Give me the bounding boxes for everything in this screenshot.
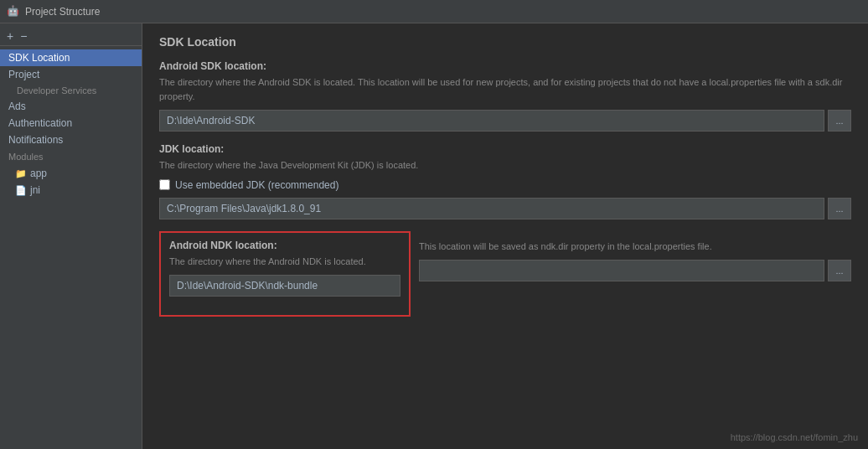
android-sdk-path-input[interactable]: [159, 110, 824, 132]
ndk-browse-row: ...: [419, 260, 851, 281]
developer-services-label: Developer Services: [17, 85, 96, 95]
jdk-input-row: ...: [159, 198, 851, 219]
project-label: Project: [8, 69, 39, 80]
content-area: SDK Location Android SDK location: The d…: [142, 23, 868, 449]
android-sdk-input-row: ...: [159, 110, 851, 132]
embedded-jdk-checkbox[interactable]: [159, 179, 170, 190]
jdk-label: JDK location:: [159, 143, 851, 155]
jdk-browse-button[interactable]: ...: [828, 198, 851, 219]
ndk-path-input-right[interactable]: [419, 260, 824, 281]
dialog-title: Project Structure: [25, 6, 100, 18]
sidebar-item-jni[interactable]: 📄 jni: [0, 182, 142, 199]
notifications-label: Notifications: [8, 134, 63, 146]
sidebar-item-developer-services[interactable]: Developer Services: [0, 83, 142, 98]
sidebar-item-authentication[interactable]: Authentication: [0, 115, 142, 132]
sdk-location-label: SDK Location: [8, 52, 70, 64]
add-button[interactable]: +: [7, 30, 13, 42]
modules-header: Modules: [0, 148, 142, 165]
ndk-path-input[interactable]: [169, 275, 400, 297]
title-bar: 🤖 Project Structure: [0, 0, 868, 23]
android-sdk-desc: The directory where the Android SDK is l…: [159, 75, 851, 103]
ndk-desc-partial: The directory where the Android NDK is l…: [169, 255, 400, 269]
ndk-right-area: This location will be saved as ndk.dir p…: [411, 231, 851, 317]
sidebar-item-sdk-location[interactable]: SDK Location: [0, 49, 142, 66]
ndk-desc-rest: This location will be saved as ndk.dir p…: [419, 238, 851, 254]
android-sdk-browse-button[interactable]: ...: [828, 110, 851, 132]
footer-url: https://blog.csdn.net/fomin_zhu: [731, 432, 858, 442]
modules-label: Modules: [8, 152, 44, 162]
sidebar: + − SDK Location Project Developer Servi…: [0, 23, 142, 449]
app-folder-icon: 📁: [15, 168, 27, 179]
jni-file-icon: 📄: [15, 185, 27, 196]
ndk-highlighted-area: Android NDK location: The directory wher…: [159, 231, 411, 317]
ndk-label: Android NDK location:: [169, 240, 400, 251]
ads-label: Ads: [8, 101, 26, 112]
ndk-browse-button[interactable]: ...: [828, 260, 851, 281]
sidebar-item-ads[interactable]: Ads: [0, 98, 142, 115]
embedded-jdk-row: Use embedded JDK (recommended): [159, 179, 851, 191]
app-label: app: [30, 168, 47, 179]
ndk-input-row-left: [169, 275, 400, 297]
jni-label: jni: [30, 184, 40, 196]
remove-button[interactable]: −: [20, 30, 27, 42]
android-sdk-label: Android SDK location:: [159, 60, 851, 72]
jdk-path-input[interactable]: [159, 198, 824, 219]
jdk-desc: The directory where the Java Development…: [159, 158, 851, 173]
sidebar-toolbar: + −: [0, 27, 142, 46]
main-layout: + − SDK Location Project Developer Servi…: [0, 23, 868, 449]
content-title: SDK Location: [159, 35, 851, 49]
app-icon: 🤖: [7, 5, 20, 18]
ndk-section: Android NDK location: The directory wher…: [159, 231, 851, 317]
sidebar-item-app[interactable]: 📁 app: [0, 165, 142, 182]
authentication-label: Authentication: [8, 117, 72, 129]
embedded-jdk-label: Use embedded JDK (recommended): [175, 179, 338, 191]
sidebar-item-notifications[interactable]: Notifications: [0, 132, 142, 148]
sidebar-item-project[interactable]: Project: [0, 66, 142, 83]
